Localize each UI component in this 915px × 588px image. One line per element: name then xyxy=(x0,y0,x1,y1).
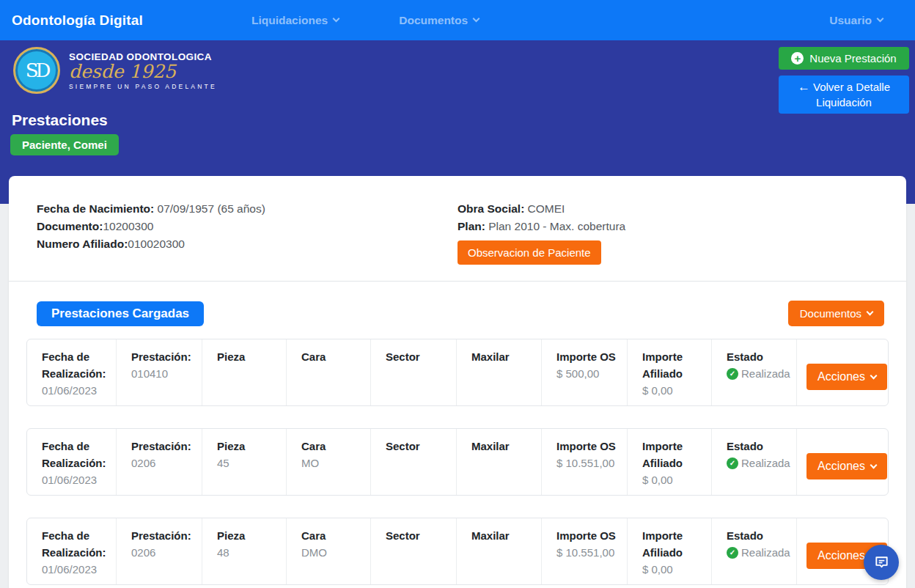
estado-value: Realizada xyxy=(741,365,790,382)
prestacion-row: Fecha de Realización: 01/06/2023 Prestac… xyxy=(26,428,889,496)
cell-fecha: Fecha de Realización: 01/06/2023 xyxy=(27,518,117,584)
prestacion-row: Fecha de Realización: 01/06/2023 Prestac… xyxy=(26,518,889,585)
chat-icon xyxy=(873,554,890,571)
estado-value: Realizada xyxy=(741,544,790,561)
acciones-button[interactable]: Acciones xyxy=(806,453,887,479)
patient-info-left: Fecha de Nacimiento: 07/09/1957 (65 años… xyxy=(37,200,457,281)
cell-sector: Sector xyxy=(371,518,457,584)
cell-importe-os: Importe OS $ 10.551,00 xyxy=(542,429,628,495)
nav-menu-usuario[interactable]: Usuario xyxy=(829,14,883,27)
chevron-down-icon xyxy=(473,15,480,23)
cell-cara: Cara xyxy=(287,339,371,405)
cell-sector: Sector xyxy=(371,429,457,495)
volver-detalle-button[interactable]: ←Volver a Detalle Liquidación xyxy=(779,76,909,114)
cell-sector: Sector xyxy=(371,339,457,405)
prestaciones-cargadas-tab[interactable]: Prestaciones Cargadas xyxy=(37,301,204,326)
afiliado-row: Numero Afiliado:010020300 xyxy=(37,235,457,253)
cell-importe-os: Importe OS $ 500,00 xyxy=(542,339,628,405)
logo-since: desde 1925 xyxy=(69,62,217,81)
back-arrow-icon: ← xyxy=(798,80,810,94)
chevron-down-icon xyxy=(333,15,340,23)
page-title: Prestaciones xyxy=(12,111,108,129)
cell-estado: Estado ✓ Realizada xyxy=(712,339,797,405)
cell-importe-os: Importe OS $ 10.551,00 xyxy=(542,518,628,584)
content-card: Fecha de Nacimiento: 07/09/1957 (65 años… xyxy=(9,176,906,588)
cell-prestacion: Prestación: 010410 xyxy=(117,339,202,405)
cell-maxilar: Maxilar xyxy=(457,339,542,405)
cell-estado: Estado ✓ Realizada xyxy=(712,429,797,495)
check-circle-icon: ✓ xyxy=(727,547,738,559)
cell-pieza: Pieza xyxy=(202,339,287,405)
cell-estado: Estado ✓ Realizada xyxy=(712,518,797,584)
chevron-down-icon xyxy=(867,309,874,316)
app-brand[interactable]: Odontología Digital xyxy=(12,12,143,29)
documentos-dropdown-label: Documentos xyxy=(800,307,861,320)
cell-importe-afiliado: Importe Afiliado $ 0,00 xyxy=(628,518,712,584)
patient-info-right: Obra Social: COMEI Plan: Plan 2010 - Max… xyxy=(457,200,878,281)
logo-monogram: SD xyxy=(26,59,48,81)
top-navbar: Odontología Digital Liquidaciones Docume… xyxy=(0,0,915,40)
nav-menu-liquidaciones[interactable]: Liquidaciones xyxy=(251,14,339,27)
cell-pieza: Pieza 45 xyxy=(202,429,287,495)
cell-acciones: Acciones xyxy=(797,429,888,495)
nav-menu-documentos-label: Documentos xyxy=(399,14,468,27)
prestacion-row: Fecha de Realización: 01/06/2023 Prestac… xyxy=(26,339,889,406)
cell-importe-afiliado: Importe Afiliado $ 0,00 xyxy=(628,429,712,495)
observacion-paciente-button[interactable]: Observacion de Paciente xyxy=(457,240,601,265)
volver-label-line1: Volver a Detalle xyxy=(813,81,890,93)
cell-acciones: Acciones xyxy=(797,339,888,405)
estado-value: Realizada xyxy=(741,455,790,471)
patient-name-badge: Paciente, Comei xyxy=(10,134,119,155)
cell-fecha: Fecha de Realización: 01/06/2023 xyxy=(27,339,117,405)
chat-fab-button[interactable] xyxy=(864,545,899,580)
documento-row: Documento:10200300 xyxy=(37,218,457,235)
nav-menu-usuario-label: Usuario xyxy=(829,14,872,27)
logo-text: SOCIEDAD ODONTOLOGICA desde 1925 SIEMPRE… xyxy=(69,51,217,90)
cell-prestacion: Prestación: 0206 xyxy=(117,429,202,495)
acciones-button[interactable]: Acciones xyxy=(806,364,887,390)
chevron-down-icon xyxy=(877,15,884,23)
cell-maxilar: Maxilar xyxy=(457,518,542,584)
chevron-down-icon xyxy=(870,372,878,379)
birth-date-row: Fecha de Nacimiento: 07/09/1957 (65 años… xyxy=(37,200,457,218)
nav-menu-liquidaciones-label: Liquidaciones xyxy=(251,14,328,27)
check-circle-icon: ✓ xyxy=(727,368,738,380)
chevron-down-icon xyxy=(870,461,878,468)
check-circle-icon: ✓ xyxy=(727,457,738,469)
cell-maxilar: Maxilar xyxy=(457,429,542,495)
cell-importe-afiliado: Importe Afiliado $ 0,00 xyxy=(628,339,712,405)
documentos-dropdown-button[interactable]: Documentos xyxy=(788,301,884,326)
cell-prestacion: Prestación: 0206 xyxy=(117,518,202,584)
cell-cara: Cara DMO xyxy=(287,518,371,584)
obra-social-row: Obra Social: COMEI xyxy=(457,200,878,218)
volver-label-line2: Liquidación xyxy=(816,96,872,109)
cell-fecha: Fecha de Realización: 01/06/2023 xyxy=(27,429,117,495)
plan-row: Plan: Plan 2010 - Max. cobertura xyxy=(457,218,878,235)
list-header: Prestaciones Cargadas Documentos xyxy=(9,282,906,326)
plus-circle-icon: + xyxy=(791,52,804,65)
logo-slogan: SIEMPRE UN PASO ADELANTE xyxy=(69,83,217,90)
nueva-prestacion-label: Nueva Prestación xyxy=(809,52,896,65)
nueva-prestacion-button[interactable]: + Nueva Prestación xyxy=(779,47,909,70)
organization-logo: SD SOCIEDAD ODONTOLOGICA desde 1925 SIEM… xyxy=(13,47,217,94)
nav-menu-documentos[interactable]: Documentos xyxy=(399,14,479,27)
cell-cara: Cara MO xyxy=(287,429,371,495)
logo-badge-icon: SD xyxy=(13,47,60,94)
prestaciones-list: Fecha de Realización: 01/06/2023 Prestac… xyxy=(9,326,906,585)
patient-info-section: Fecha de Nacimiento: 07/09/1957 (65 años… xyxy=(9,176,906,282)
cell-pieza: Pieza 48 xyxy=(202,518,287,584)
